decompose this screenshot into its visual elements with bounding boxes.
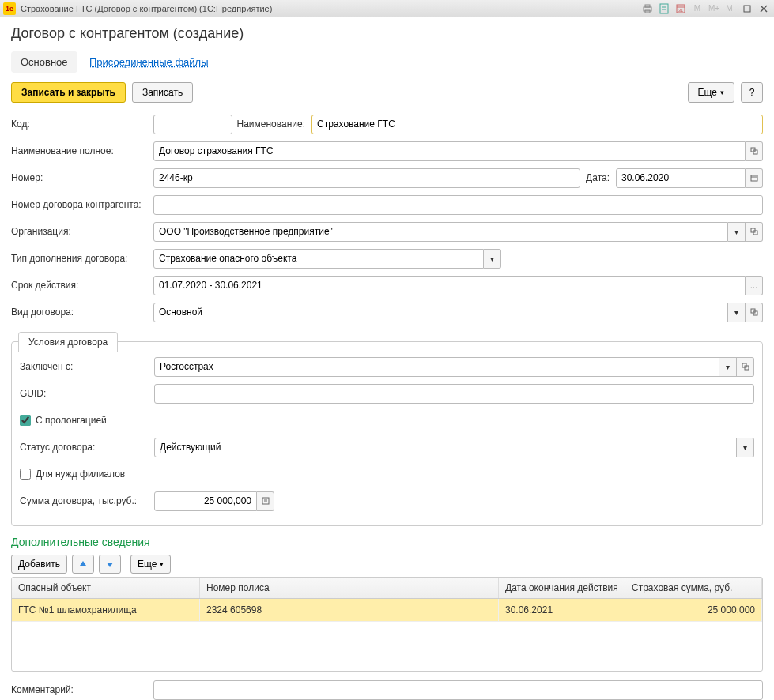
memory-minus-icon[interactable]: M- [723, 2, 738, 15]
open-icon[interactable] [746, 141, 763, 161]
org-label: Организация: [11, 226, 153, 237]
code-input[interactable] [153, 115, 232, 134]
status-input[interactable] [154, 438, 737, 457]
open-icon[interactable] [746, 303, 763, 322]
org-input[interactable] [153, 222, 728, 242]
additional-toolbar: Добавить Еще▾ [11, 555, 763, 574]
memory-plus-icon[interactable]: M+ [707, 2, 721, 15]
date-input[interactable] [616, 168, 746, 188]
move-down-button[interactable] [99, 555, 121, 574]
svg-text:31: 31 [678, 8, 684, 13]
status-label: Статус договора: [20, 442, 154, 453]
guid-input[interactable] [154, 384, 754, 404]
add-button[interactable]: Добавить [11, 555, 67, 574]
additional-grid: Опасный объект Номер полиса Дата окончан… [11, 577, 763, 672]
move-up-button[interactable] [72, 555, 94, 574]
full-name-label: Наименование полное: [11, 145, 153, 156]
contract-kind-input[interactable] [153, 303, 728, 322]
additional-section-title: Дополнительные сведения [11, 536, 763, 548]
cell-policy: 2324 605698 [200, 599, 499, 621]
chevron-down-icon: ▾ [160, 560, 164, 568]
col-object[interactable]: Опасный объект [12, 578, 200, 598]
dropdown-icon[interactable]: ▾ [484, 249, 501, 269]
cell-expiry: 30.06.2021 [499, 599, 625, 621]
contract-kind-label: Вид договора: [11, 307, 153, 318]
nav-tabs: Основное Присоединенные файлы [11, 51, 763, 73]
date-label: Дата: [580, 172, 616, 183]
save-button[interactable]: Записать [132, 82, 193, 103]
full-name-input[interactable] [153, 141, 746, 161]
save-and-close-button[interactable]: Записать и закрыть [11, 82, 126, 103]
addition-type-label: Тип дополнения договора: [11, 253, 153, 264]
conditions-tab-header[interactable]: Условия договора [18, 332, 118, 352]
name-input[interactable] [311, 115, 763, 134]
app-icon: 1e [3, 2, 16, 15]
svg-rect-22 [262, 498, 269, 504]
help-button[interactable]: ? [741, 82, 763, 103]
svg-rect-3 [660, 4, 668, 13]
window-title: Страхование ГТС (Договор с контрагентом)… [21, 4, 640, 13]
counterparty-number-input[interactable] [153, 195, 763, 215]
open-icon[interactable] [737, 357, 754, 377]
prolongation-label: С пролонгацией [36, 415, 107, 426]
counterparty-number-label: Номер договора контрагента: [11, 199, 153, 210]
svg-rect-1 [645, 5, 650, 7]
grid-body: ГТС №1 шламохранилища 2324 605698 30.06.… [12, 599, 762, 671]
number-label: Номер: [11, 172, 153, 183]
sum-label: Сумма договора, тыс.руб.: [20, 495, 154, 506]
more-button[interactable]: Еще▾ [688, 82, 734, 103]
memory-m-icon[interactable]: M [690, 2, 704, 15]
cell-object: ГТС №1 шламохранилища [12, 599, 200, 621]
print-icon[interactable] [640, 2, 655, 15]
comment-input[interactable] [153, 680, 763, 700]
sum-input[interactable] [154, 491, 257, 511]
prolongation-checkbox[interactable] [20, 415, 31, 426]
more-grid-button[interactable]: Еще▾ [130, 555, 171, 574]
tab-main[interactable]: Основное [11, 51, 77, 73]
concluded-label: Заключен с: [20, 361, 154, 372]
cell-sum: 25 000,000 [625, 599, 762, 621]
main-toolbar: Записать и закрыть Записать Еще▾ ? [11, 82, 763, 103]
dropdown-icon[interactable]: ▾ [719, 357, 737, 377]
tab-attached-files[interactable]: Присоединенные файлы [80, 51, 218, 73]
branches-label: Для нужд филиалов [36, 469, 125, 480]
page-title: Договор с контрагентом (создание) [11, 25, 763, 42]
name-label: Наименование: [232, 119, 311, 130]
branches-checkbox[interactable] [20, 469, 31, 480]
col-policy[interactable]: Номер полиса [200, 578, 499, 598]
grid-header: Опасный объект Номер полиса Дата окончан… [12, 578, 762, 599]
calc-icon[interactable] [657, 2, 671, 15]
svg-rect-9 [744, 6, 750, 12]
open-icon[interactable] [746, 222, 763, 242]
number-input[interactable] [153, 168, 580, 188]
comment-label: Комментарий: [11, 684, 153, 695]
col-sum[interactable]: Страховая сумма, руб. [625, 578, 762, 598]
dropdown-icon[interactable]: ▾ [728, 222, 746, 242]
calc-button-icon[interactable] [257, 491, 274, 511]
validity-input[interactable] [153, 276, 746, 295]
guid-label: GUID: [20, 388, 154, 399]
ellipsis-icon[interactable]: … [746, 276, 763, 295]
svg-rect-14 [751, 175, 757, 181]
table-row[interactable]: ГТС №1 шламохранилища 2324 605698 30.06.… [12, 599, 762, 622]
validity-label: Срок действия: [11, 280, 153, 291]
code-label: Код: [11, 119, 153, 130]
close-icon[interactable] [757, 2, 771, 15]
chevron-down-icon: ▾ [720, 88, 724, 96]
col-expiry[interactable]: Дата окончания действия [499, 578, 625, 598]
conditions-tab-panel: Условия договора Заключен с: ▾ GUID: С п… [11, 341, 763, 526]
window-titlebar: 1e Страхование ГТС (Договор с контрагент… [0, 0, 774, 17]
calendar-picker-icon[interactable] [746, 168, 763, 188]
dropdown-icon[interactable]: ▾ [728, 303, 746, 322]
concluded-input[interactable] [154, 357, 719, 377]
dropdown-icon[interactable]: ▾ [737, 438, 754, 457]
maximize-icon[interactable] [740, 2, 754, 15]
addition-type-input[interactable] [153, 249, 484, 269]
calendar-icon[interactable]: 31 [674, 2, 688, 15]
